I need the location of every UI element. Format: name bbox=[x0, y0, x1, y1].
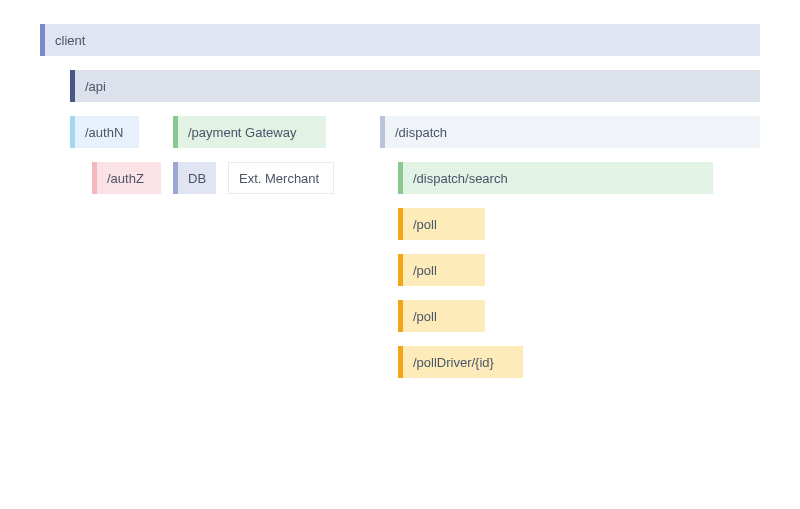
span-label: /pollDriver/{id} bbox=[403, 346, 523, 378]
span-label: /dispatch/search bbox=[403, 162, 713, 194]
span-poll: /poll bbox=[398, 208, 760, 240]
span-label: Ext. Merchant bbox=[228, 162, 334, 194]
span-ext-merchant: Ext. Merchant bbox=[228, 162, 334, 194]
span-label: /authZ bbox=[97, 162, 161, 194]
span-label: DB bbox=[178, 162, 216, 194]
span-label: /poll bbox=[403, 300, 485, 332]
span-label: /dispatch bbox=[385, 116, 760, 148]
span-authn: /authN bbox=[70, 116, 161, 148]
span-label: /poll bbox=[403, 254, 485, 286]
span-label: /payment Gateway bbox=[178, 116, 326, 148]
span-db: DB bbox=[173, 162, 216, 194]
span-dispatch-search: /dispatch/search bbox=[398, 162, 760, 194]
span-poll: /poll bbox=[398, 300, 760, 332]
span-label: /authN bbox=[75, 116, 139, 148]
span-poll-driver: /pollDriver/{id} bbox=[398, 346, 760, 378]
span-label: /api bbox=[75, 70, 760, 102]
span-dispatch: /dispatch bbox=[380, 116, 760, 148]
span-payment-gateway: /payment Gateway bbox=[173, 116, 334, 148]
span-poll: /poll bbox=[398, 254, 760, 286]
span-api: /api bbox=[70, 70, 760, 102]
span-client: client bbox=[40, 24, 760, 56]
span-label: /poll bbox=[403, 208, 485, 240]
span-authz: /authZ bbox=[92, 162, 161, 194]
span-label: client bbox=[45, 24, 760, 56]
